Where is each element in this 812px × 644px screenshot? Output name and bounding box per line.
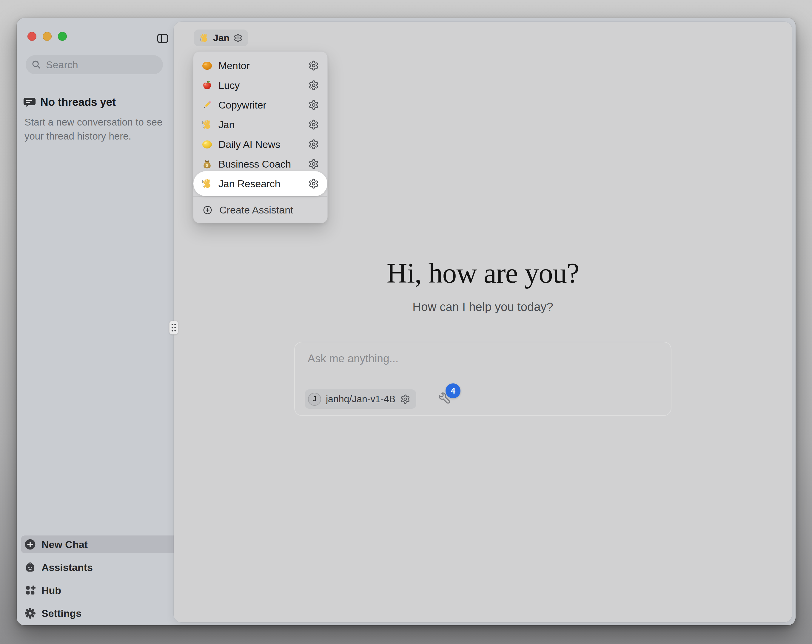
- model-selector-button[interactable]: J janhq/Jan-v1-4B: [305, 390, 416, 409]
- gear-icon[interactable]: [308, 119, 319, 130]
- create-assistant-label: Create Assistant: [219, 204, 293, 216]
- empty-state: No threads yet Start a new conversation …: [23, 96, 164, 143]
- model-settings-gear-icon[interactable]: [400, 394, 410, 404]
- gear-icon[interactable]: [308, 158, 319, 169]
- assistant-selector-button[interactable]: Jan: [194, 29, 248, 46]
- search-icon: [32, 60, 41, 70]
- chat-bubble-icon: [23, 96, 36, 108]
- assistant-menu-item-copywriter[interactable]: Copywriter: [193, 95, 327, 115]
- assistant-menu-item-lucy[interactable]: Lucy: [193, 75, 327, 95]
- menu-item-label: Lucy: [218, 79, 302, 91]
- search-input[interactable]: [45, 59, 160, 71]
- minimize-button[interactable]: [43, 32, 52, 41]
- settings-gear-icon: [24, 607, 36, 619]
- gear-icon[interactable]: [308, 60, 319, 71]
- sidebar-item-label: Settings: [41, 607, 81, 619]
- tools-button[interactable]: 4: [438, 384, 462, 408]
- message-input[interactable]: [307, 352, 659, 379]
- sidebar-resize-handle[interactable]: [169, 321, 178, 335]
- assistant-menu-item-mentor[interactable]: Mentor: [193, 56, 327, 75]
- search-bar[interactable]: [26, 55, 163, 74]
- plus-circle-icon: [24, 539, 36, 550]
- gear-icon[interactable]: [308, 139, 319, 150]
- grip-dots-icon: [169, 321, 178, 334]
- assistant-settings-gear-icon[interactable]: [234, 33, 243, 43]
- assistant-menu-item-jan-research-selected[interactable]: Jan Research: [193, 171, 327, 196]
- assistants-dropdown-menu: Mentor Lucy Copywriter Jan: [193, 51, 328, 223]
- greeting-title: Hi, how are you?: [386, 259, 579, 288]
- greeting-subtitle: How can I help you today?: [412, 300, 553, 314]
- plus-circle-outline-icon: [203, 206, 212, 215]
- sidebar-toggle-icon[interactable]: [157, 33, 168, 44]
- menu-item-label: Jan Research: [218, 178, 302, 190]
- create-assistant-button[interactable]: Create Assistant: [193, 197, 327, 223]
- menu-item-label: Business Coach: [218, 158, 302, 170]
- window-controls: [27, 32, 67, 41]
- menu-item-label: Jan: [218, 119, 302, 131]
- sidebar-item-label: Hub: [41, 585, 61, 596]
- red-apple-icon: [202, 80, 212, 91]
- model-avatar: J: [308, 393, 321, 406]
- message-composer[interactable]: J janhq/Jan-v1-4B 4: [294, 342, 672, 416]
- desktop-background: No threads yet Start a new conversation …: [0, 0, 812, 644]
- close-button[interactable]: [27, 32, 37, 41]
- main-panel: Jan Mentor Lucy Copywriter: [174, 22, 792, 622]
- menu-item-label: Copywriter: [218, 99, 302, 111]
- yellow-circle-icon: [202, 139, 212, 150]
- assistant-menu-item-jan[interactable]: Jan: [193, 115, 327, 134]
- hub-grid-icon: [24, 585, 36, 596]
- app-window: No threads yet Start a new conversation …: [17, 18, 795, 625]
- assistant-menu-item-daily-ai-news[interactable]: Daily AI News: [193, 134, 327, 154]
- pencil-icon: [202, 100, 212, 110]
- model-name: janhq/Jan-v1-4B: [326, 394, 395, 405]
- waving-hand-icon: [199, 33, 209, 43]
- sidebar-item-label: Assistants: [41, 562, 93, 573]
- menu-item-label: Mentor: [218, 60, 302, 72]
- gear-icon[interactable]: [308, 100, 319, 110]
- menu-item-label: Daily AI News: [218, 139, 302, 150]
- empty-state-description: Start a new conversation to see your thr…: [23, 115, 164, 143]
- money-bag-icon: [202, 158, 212, 169]
- empty-state-title: No threads yet: [40, 96, 116, 108]
- waving-hand-icon: [202, 178, 212, 189]
- assistants-bot-icon: [24, 562, 36, 573]
- gear-icon[interactable]: [308, 178, 319, 189]
- sidebar-item-label: New Chat: [41, 539, 88, 550]
- assistant-name: Jan: [213, 32, 229, 44]
- tools-count-badge: 4: [446, 384, 461, 398]
- gear-icon[interactable]: [308, 80, 319, 91]
- orange-circle-icon: [202, 60, 212, 71]
- waving-hand-icon: [202, 119, 212, 130]
- zoom-button[interactable]: [58, 32, 67, 41]
